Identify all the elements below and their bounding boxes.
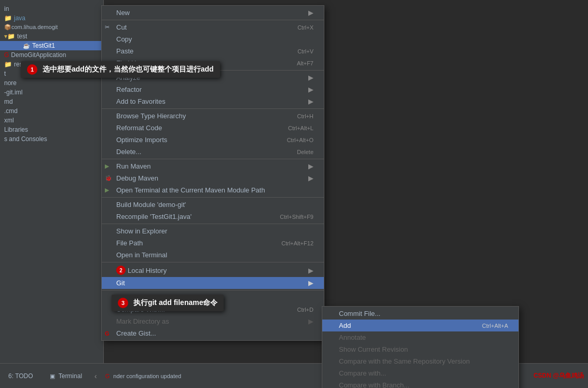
tooltip2-text: 执行git add filename命令	[133, 298, 218, 307]
new-label: New	[116, 9, 130, 17]
separator-5	[102, 197, 324, 198]
menu-item-copy[interactable]: Copy	[102, 33, 324, 45]
sidebar-item-demogitapp[interactable]: GDemoGitApplication	[0, 50, 103, 60]
open-terminal-maven-label: Open Terminal at the Current Maven Modul…	[116, 186, 265, 194]
file-path-shortcut: Ctrl+Alt+F12	[281, 240, 313, 246]
git-submenu: Commit File... Add Ctrl+Alt+A Annotate S…	[322, 306, 519, 388]
delete-shortcut: Delete	[297, 149, 313, 155]
collapse-button[interactable]: ‹	[94, 372, 97, 380]
run-maven-arrow: ▶	[308, 162, 313, 170]
reformat-label: Reformat Code	[116, 124, 162, 132]
menu-item-git[interactable]: Git ▶	[102, 277, 324, 289]
update-icon: G	[105, 373, 110, 379]
sidebar-item-xml: xml	[0, 116, 103, 125]
create-gist-label: Create Gist...	[116, 329, 156, 337]
menu-item-local-history[interactable]: 2 Local History ▶	[102, 264, 324, 277]
context-menu: New ▶ ✂ Cut Ctrl+X Copy Paste Ctrl+V Fin…	[101, 5, 324, 341]
recompile-label: Recompile 'TestGit1.java'	[116, 213, 192, 220]
menu-item-optimize-imports[interactable]: Optimize Imports Ctrl+Alt+O	[102, 134, 324, 146]
menu-item-create-gist[interactable]: G Create Gist...	[102, 327, 324, 339]
run-maven-icon: ▶	[105, 163, 109, 170]
menu-item-paste[interactable]: Paste Ctrl+V	[102, 45, 324, 57]
sidebar-item-test[interactable]: ▾📁test	[0, 32, 103, 41]
step2-tooltip-badge: 3	[118, 298, 128, 308]
new-arrow: ▶	[308, 9, 313, 17]
menu-item-run-maven[interactable]: ▶ Run Maven ▶	[102, 160, 324, 172]
refactor-arrow: ▶	[308, 86, 313, 93]
git-arrow: ▶	[308, 279, 313, 287]
menu-item-add-favorites[interactable]: Add to Favorites ▶	[102, 95, 324, 107]
menu-item-build-module[interactable]: Build Module 'demo-git'	[102, 199, 324, 211]
separator-1	[102, 20, 324, 20]
menu-item-delete[interactable]: Delete... Delete	[102, 146, 324, 158]
cut-shortcut: Ctrl+X	[297, 24, 313, 31]
menu-item-mark-dir[interactable]: Mark Directory as ▶	[102, 315, 324, 327]
refactor-label: Refactor	[116, 86, 142, 93]
sidebar-item-testgit1[interactable]: ☕ TestGit1	[0, 41, 103, 50]
menu-item-recompile[interactable]: Recompile 'TestGit1.java' Ctrl+Shift+F9	[102, 211, 324, 223]
sidebar-item-libraries: Libraries	[0, 125, 103, 134]
mark-dir-label: Mark Directory as	[116, 317, 169, 325]
sidebar-item-java[interactable]: 📁java	[0, 13, 103, 23]
menu-item-browse-hierarchy[interactable]: Browse Type Hierarchy Ctrl+H	[102, 110, 324, 122]
cut-icon: ✂	[105, 24, 110, 31]
submenu-item-commit[interactable]: Commit File...	[322, 308, 518, 320]
optimize-imports-shortcut: Ctrl+Alt+O	[287, 137, 313, 143]
menu-item-file-path[interactable]: File Path Ctrl+Alt+F12	[102, 237, 324, 249]
separator-3	[102, 108, 324, 109]
sidebar-item-md: md	[0, 97, 103, 106]
todo-label: 6: TODO	[8, 372, 33, 380]
show-revision-label: Show Current Revision	[339, 345, 408, 353]
run-maven-label: Run Maven	[116, 162, 151, 170]
delete-label: Delete...	[116, 148, 141, 156]
menu-item-open-terminal-maven[interactable]: ▶ Open Terminal at the Current Maven Mod…	[102, 184, 324, 196]
step1-badge: 1	[27, 64, 37, 75]
local-history-label: Local History	[128, 267, 167, 274]
submenu-item-add[interactable]: Add Ctrl+Alt+A	[322, 320, 518, 331]
separator-8	[102, 290, 324, 290]
debug-maven-label: Debug Maven	[116, 174, 158, 182]
step2-badge: 2	[116, 266, 126, 275]
sidebar-item-cmd: .cmd	[0, 106, 103, 116]
separator-4	[102, 159, 324, 159]
build-module-label: Build Module 'demo-git'	[116, 201, 186, 209]
sidebar-item-nore: nore	[0, 78, 103, 88]
separator-7	[102, 262, 324, 262]
menu-item-reformat[interactable]: Reformat Code Ctrl+Alt+L	[102, 122, 324, 134]
status-tab-terminal[interactable]: ▣ Terminal	[46, 370, 86, 382]
git-label: Git	[116, 279, 125, 287]
compare-repo-label: Compare with the Same Repository Version	[339, 357, 470, 365]
menu-item-show-explorer[interactable]: Show in Explorer	[102, 225, 324, 237]
submenu-item-annotate[interactable]: Annotate	[322, 331, 518, 343]
sidebar-item-package[interactable]: 📦com.lihua.demogit	[0, 23, 103, 32]
sidebar-item-in: in	[0, 4, 103, 13]
submenu-item-show-revision[interactable]: Show Current Revision	[322, 343, 518, 355]
annotate-label: Annotate	[339, 334, 366, 341]
sidebar-item-iml: -git.iml	[0, 88, 103, 97]
submenu-item-compare-with[interactable]: Compare with...	[322, 367, 518, 379]
submenu-item-compare-repo[interactable]: Compare with the Same Repository Version	[322, 355, 518, 367]
compare-with-label: Compare with...	[339, 369, 386, 377]
menu-item-cut[interactable]: ✂ Cut Ctrl+X	[102, 21, 324, 33]
optimize-imports-label: Optimize Imports	[116, 136, 167, 144]
csdn-badge: CSDN @乌鱼鸡汤	[534, 371, 584, 380]
menu-item-debug-maven[interactable]: 🐞 Debug Maven ▶	[102, 172, 324, 184]
browse-hierarchy-shortcut: Ctrl+H	[297, 113, 313, 119]
add-label: Add	[339, 322, 351, 329]
menu-item-refactor[interactable]: Refactor ▶	[102, 84, 324, 95]
commit-label: Commit File...	[339, 310, 380, 317]
submenu-item-compare-branch[interactable]: Compare with Branch...	[322, 379, 518, 388]
menu-item-open-terminal[interactable]: Open in Terminal	[102, 249, 324, 261]
add-favorites-label: Add to Favorites	[116, 98, 166, 105]
recompile-shortcut: Ctrl+Shift+F9	[280, 214, 313, 220]
browse-hierarchy-label: Browse Type Hierarchy	[116, 112, 186, 120]
local-history-arrow: ▶	[308, 267, 313, 274]
menu-item-new[interactable]: New ▶	[102, 7, 324, 19]
compare-branch-label: Compare with Branch...	[339, 381, 409, 388]
tooltip-git-command: 3 执行git add filename命令	[112, 295, 224, 311]
status-tab-todo[interactable]: 6: TODO	[4, 370, 37, 382]
open-terminal-maven-icon: ▶	[105, 187, 109, 193]
paste-shortcut: Ctrl+V	[297, 48, 313, 54]
tooltip-add-file: 1 选中想要add的文件，当然你也可键整个项目进行add	[21, 61, 220, 78]
debug-maven-icon: 🐞	[105, 175, 112, 182]
